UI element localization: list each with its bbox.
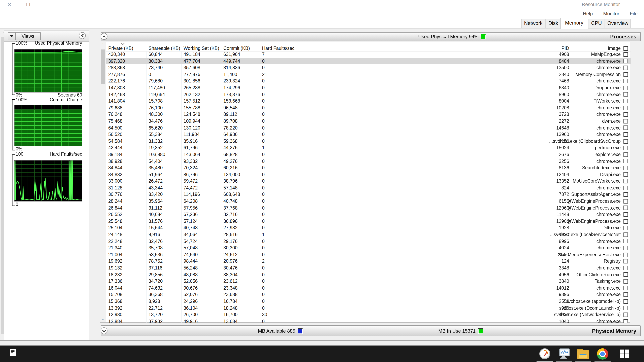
process-row[interactable]: 397,32080,384477,704449,74408484chrome.e… [106,58,631,64]
process-row[interactable]: 430,34060,844491,184631,96474908MsMpEng.… [106,51,631,58]
table-scroll-down-button[interactable]: ⌄ [100,317,106,322]
process-row[interactable]: 24,1489,91634,06428,61614920...svchost.e… [106,231,631,238]
header-shareable[interactable]: Shareable (KB) [146,42,181,51]
process-row[interactable]: 25,54831,57657,12436,896012904QtWebEngin… [106,218,631,225]
process-row[interactable]: 142,468119,664262,132173,37608960chrome.… [106,91,631,98]
image-checkbox[interactable] [624,79,628,83]
image-checkbox[interactable] [624,72,628,77]
table-scrollbar[interactable]: ⌃ ⌄ [100,42,106,322]
menu-item-file[interactable]: File [630,11,638,16]
image-checkbox[interactable] [624,279,628,284]
image-checkbox[interactable] [624,286,628,290]
image-checkbox[interactable] [624,59,628,63]
image-checkbox[interactable] [624,306,628,310]
image-checkbox[interactable] [624,86,628,90]
process-row[interactable]: 31,12843,34474,47257,1480824chrome.exe [106,185,631,191]
process-row[interactable]: 64,50065,620130,12078,220014648chrome.ex… [106,124,631,131]
close-button[interactable]: ✕ [4,1,14,8]
image-checkbox[interactable] [624,199,628,204]
process-row[interactable]: 12,98013,72026,70016,700304936svchost.ex… [106,311,631,318]
tab-memory[interactable]: Memory [560,18,588,29]
header-private[interactable]: Private (KB) [106,42,146,51]
table-scroll-up-button[interactable]: ⌃ [100,42,106,48]
process-row[interactable]: 56,52055,384111,90464,936013960chrome.ex… [106,131,631,138]
start-button[interactable] [614,346,635,362]
process-row[interactable]: 54,58431,33285,91659,36808156...svchost.… [106,138,631,144]
process-row[interactable]: 21,00453,53674,54024,61201500StartMenuEx… [106,251,631,258]
process-row[interactable]: 15,70836,36852,07623,68809396chrome.exe [106,291,631,298]
taskbar-resmon-button[interactable] [535,346,554,362]
process-row[interactable]: 25,10415,64440,74827,93201928Ditto.exe [106,225,631,231]
image-checkbox[interactable] [624,152,628,157]
image-checkbox[interactable] [624,266,628,270]
minimize-button[interactable]: — [40,1,51,8]
process-row[interactable]: 76,24848,300124,54889,11203728chrome.exe [106,111,631,118]
header-image[interactable]: Image [571,42,621,51]
process-row[interactable]: 30,77683,420114,196608,64807872SupportAs… [106,191,631,198]
tab-disk[interactable]: Disk [546,19,561,28]
image-checkbox[interactable] [624,132,628,137]
process-row[interactable]: 22,24832,47654,72429,17608996chrome.exe [106,238,631,245]
header-working-set[interactable]: Working Set (KB) [181,42,221,51]
image-checkbox[interactable] [624,172,628,177]
select-all-checkbox[interactable] [624,46,628,50]
process-row[interactable]: 19,69278,75298,44420,9762124Registry [106,258,631,265]
image-checkbox[interactable] [624,259,628,264]
image-checkbox[interactable] [624,233,628,237]
table-scroll-thumb[interactable] [100,49,105,84]
image-checkbox[interactable] [624,239,628,244]
image-checkbox[interactable] [624,219,628,223]
process-row[interactable]: 141,80415,708157,512153,66808004TiWorker… [106,98,631,104]
taskbar-chrome-button[interactable] [593,346,612,362]
process-row[interactable]: 28,24435,96464,20840,74806156QtWebEngine… [106,198,631,205]
header-pid[interactable]: PID [550,42,571,51]
image-checkbox[interactable] [624,112,628,117]
menu-item-help[interactable]: Help [583,11,593,16]
process-row[interactable]: 21,34035,70857,04830,30004024chrome.exe [106,245,631,251]
image-checkbox[interactable] [624,106,628,110]
process-row[interactable]: 283,86873,740357,608314,836013500chrome.… [106,64,631,71]
process-row[interactable]: 17,33634,72052,05623,61203840Taskmgr.exe [106,278,631,285]
header-commit[interactable]: Commit (KB) [221,42,260,51]
image-checkbox[interactable] [624,126,628,130]
image-checkbox[interactable] [624,179,628,183]
process-row[interactable]: 38,92854,40493,33249,27603256chrome.exe [106,158,631,164]
taskbar-explorer-button[interactable] [574,346,592,362]
tab-cpu[interactable]: CPU [588,19,605,28]
image-checkbox[interactable] [624,65,628,70]
image-checkbox[interactable] [624,99,628,103]
image-checkbox[interactable] [624,159,628,163]
tab-network[interactable]: Network [521,19,546,28]
image-checkbox[interactable] [624,226,628,230]
process-row[interactable]: 75,46834,476109,94489,70802272dwm.exe [106,118,631,124]
image-checkbox[interactable] [624,292,628,297]
image-checkbox[interactable] [624,166,628,170]
process-row[interactable]: 19,13237,11656,24830,47603348chrome.exe [106,265,631,271]
image-checkbox[interactable] [624,92,628,97]
image-checkbox[interactable] [624,52,628,57]
process-row[interactable]: 33,00026,47259,47238,796013352MoUsoCoreW… [106,178,631,185]
header-hard-faults[interactable]: Hard Faults/sec [260,42,296,51]
views-dropdown-arrow-icon[interactable] [8,32,16,40]
process-row[interactable]: 26,84431,11257,95637,768012960QtWebEngin… [106,205,631,211]
image-checkbox[interactable] [624,119,628,123]
process-row[interactable]: 39,184103,880143,06468,82802676explorer.… [106,151,631,158]
process-row[interactable]: 13,39222,71236,10418,2480920svchost.exe … [106,305,631,311]
tab-overview[interactable]: Overview [605,19,631,28]
process-row[interactable]: 222,17679,680301,856239,32407468chrome.e… [106,78,631,84]
image-checkbox[interactable] [624,186,628,190]
notification-icon[interactable] [9,348,16,357]
process-row[interactable]: 16,04474,63290,67623,348014012chrome.exe [106,285,631,291]
process-row[interactable]: 34,83251,96486,796134,000012404Dsapi.exe [106,171,631,178]
process-row[interactable]: 42,44419,35261,79644,276115024perfmon.ex… [106,145,631,151]
process-row[interactable]: 147,808117,480265,288174,29606340Dropbox… [106,84,631,91]
process-row[interactable]: 277,8760277,87611,400212840Memory Compre… [106,71,631,78]
process-row[interactable]: 79,68876,100155,78896,548010208chrome.ex… [106,105,631,111]
taskbar-taskmgr-button[interactable] [555,346,573,362]
collapse-processes-button[interactable] [100,33,108,40]
image-checkbox[interactable] [624,246,628,250]
collapse-physical-memory-button[interactable] [100,328,108,334]
image-checkbox[interactable] [624,212,628,217]
menu-item-monitor[interactable]: Monitor [603,11,619,16]
image-checkbox[interactable] [624,319,628,322]
